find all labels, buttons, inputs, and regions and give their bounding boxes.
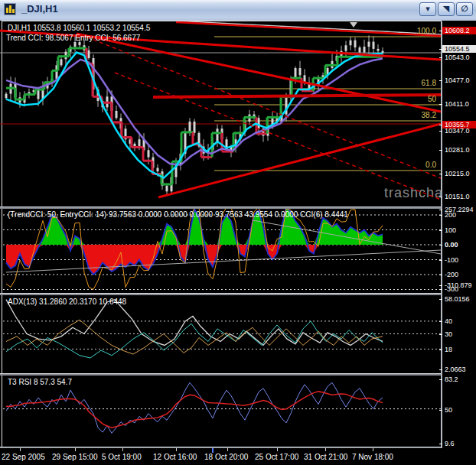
cci-panel-canvas[interactable] xyxy=(0,209,441,293)
axis-tick xyxy=(439,285,442,286)
chart-icon xyxy=(4,3,16,15)
axis-label: -100 xyxy=(445,256,476,264)
chart-icon-bar xyxy=(12,9,15,13)
rsi-panel-label: T3 RSI 8 57.3 54.7 xyxy=(8,378,72,386)
axis-label: 10608.2 xyxy=(442,27,476,34)
axis-label: 100 xyxy=(445,226,476,234)
title-bar[interactable]: _DJI,H1 ▾ ◥ ∅ xyxy=(0,0,476,19)
axis-tick xyxy=(439,444,442,444)
axis-tick xyxy=(439,275,442,275)
candle-body xyxy=(189,122,191,132)
chart-icon-bar xyxy=(6,8,8,13)
fib-label: 100.0 xyxy=(417,27,436,35)
time-tick xyxy=(227,448,228,451)
trend-line xyxy=(176,22,441,36)
trend-line xyxy=(158,124,441,197)
adx-line xyxy=(6,300,383,346)
axis-tick xyxy=(439,260,442,261)
close-button[interactable]: ∅ xyxy=(456,2,473,16)
axis-tick xyxy=(439,245,442,246)
axis-tick xyxy=(439,210,442,210)
candle-body xyxy=(194,122,196,133)
axis-label: 10543.0 xyxy=(445,54,476,61)
chart-window: _DJI,H1 ▾ ◥ ∅ DJI,H1 10553.8 10560.1 105… xyxy=(0,0,476,465)
axis-label: 10411.0 xyxy=(445,100,476,108)
fib-label: 0.0 xyxy=(425,161,436,169)
axis-tick xyxy=(439,80,442,81)
axis-label: 30 xyxy=(445,330,476,338)
axis-tick xyxy=(439,379,442,380)
candle-body xyxy=(377,49,380,51)
time-label: 22 Sep 2005 xyxy=(2,453,45,461)
time-tick xyxy=(176,448,177,451)
candle-body xyxy=(37,90,40,99)
time-label: 7 Nov 18:00 xyxy=(352,453,393,461)
axis-tick xyxy=(439,197,442,197)
candle-body xyxy=(74,42,77,47)
candle-body xyxy=(299,68,302,75)
cci-readout: Trend CCI: 98.5067 Entry CCI: 56.6677 xyxy=(6,34,140,42)
axis-tick xyxy=(439,369,442,370)
candle-body xyxy=(5,94,8,99)
axis-tick xyxy=(439,215,442,216)
time-tick xyxy=(122,448,123,451)
candle-body xyxy=(345,45,347,50)
axis-tick xyxy=(439,57,442,58)
axis-label: 2.0663 xyxy=(445,366,476,373)
axis-label: 10477.0 xyxy=(445,76,476,84)
axis-tick xyxy=(439,31,442,31)
time-tick xyxy=(373,448,373,451)
scroll-marker xyxy=(212,448,214,453)
time-axis[interactable]: 22 Sep 200529 Sep 15:005 Oct 19:0012 Oct… xyxy=(0,448,476,465)
axis-label: -200 xyxy=(445,271,476,278)
axis-tick xyxy=(439,131,442,132)
candle-body xyxy=(88,50,90,58)
axis-label: 83.2 xyxy=(445,376,476,383)
axis-label: 58.0156 xyxy=(445,295,476,303)
fib-label: 50 xyxy=(428,95,436,103)
minimize-button[interactable]: ▾ xyxy=(419,2,436,16)
axis-label: 40 xyxy=(445,317,476,325)
fib-label: 61.8 xyxy=(422,79,436,87)
axis-tick xyxy=(439,49,442,50)
price-axis-column[interactable]: 10608.210554.510543.010477.010411.010355… xyxy=(442,21,476,448)
time-tick xyxy=(20,448,21,451)
candle-body xyxy=(373,42,375,49)
time-tick xyxy=(75,448,76,451)
axis-label: 10554.5 xyxy=(442,45,476,53)
axis-tick xyxy=(439,334,442,335)
candle-body xyxy=(364,47,366,52)
axis-tick xyxy=(439,299,442,300)
axis-tick xyxy=(439,174,442,174)
restore-button[interactable]: ◥ xyxy=(438,2,455,16)
candle-body xyxy=(350,41,352,46)
fib-label: 38.2 xyxy=(422,111,436,119)
axis-tick xyxy=(439,150,442,151)
axis-tick xyxy=(439,321,442,322)
candle-body xyxy=(354,41,357,47)
candle-body xyxy=(258,118,260,128)
axis-label: 10215.0 xyxy=(445,170,476,177)
axis-label: -300 xyxy=(445,285,476,293)
plus-di-line xyxy=(6,321,383,358)
candle-body xyxy=(359,47,361,53)
candle-body xyxy=(157,168,159,172)
trend-line xyxy=(77,34,441,112)
axis-tick xyxy=(439,289,442,290)
window-title: _DJI,H1 xyxy=(21,3,58,15)
rsi-line xyxy=(6,382,383,433)
axis-tick xyxy=(439,350,442,350)
axis-tick xyxy=(439,125,442,125)
cci-trendline xyxy=(6,250,441,272)
candle-body xyxy=(79,42,81,45)
time-label: 31 Oct 21:00 xyxy=(304,453,347,461)
adx-panel-canvas[interactable] xyxy=(0,295,441,373)
axis-tick xyxy=(439,410,442,411)
time-tick xyxy=(325,448,326,451)
ohlc-readout: DJI,H1 10553.8 10560.1 10553.2 10554.5 xyxy=(8,24,150,32)
price-chart-canvas[interactable] xyxy=(0,21,441,206)
candle-body xyxy=(148,150,150,157)
axis-label: 200 xyxy=(445,211,476,219)
time-label: 25 Oct 17:00 xyxy=(255,453,298,461)
axis-label: 18 xyxy=(445,346,476,353)
